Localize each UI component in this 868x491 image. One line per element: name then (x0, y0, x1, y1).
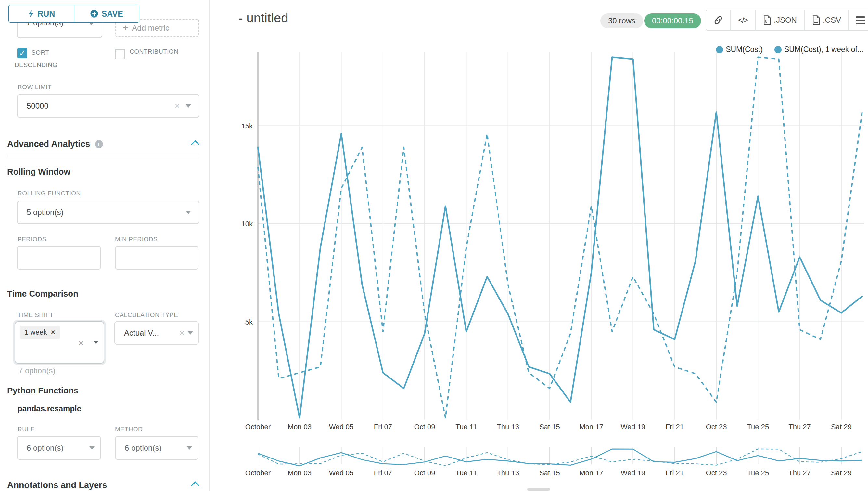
y-axis-tick-label: 5k (245, 318, 253, 326)
y-axis-tick-label: 15k (241, 122, 253, 130)
lightning-bolt-icon (28, 9, 34, 18)
export-csv-label: .CSV (823, 16, 841, 25)
periods-label: PERIODS (18, 236, 46, 243)
plus-icon: + (123, 23, 128, 33)
mini-chart-tick-label: Mon 03 (288, 469, 312, 477)
legend-item[interactable]: SUM(Cost) (716, 45, 763, 54)
y-axis-tick-label: 10k (241, 220, 253, 228)
calculation-type-label: CALCULATION TYPE (115, 312, 178, 319)
min-periods-label: MIN PERIODS (115, 236, 158, 243)
copy-link-button[interactable] (706, 10, 730, 30)
rolling-function-select[interactable]: 5 option(s) (17, 201, 199, 224)
method-value: 6 option(s) (116, 443, 187, 453)
periods-input[interactable] (17, 246, 101, 269)
min-periods-input[interactable] (115, 246, 198, 269)
sort-descending-checkbox-group[interactable]: ✓SORT DESCENDING (14, 47, 85, 71)
x-axis-tick-label: Thu 27 (788, 423, 811, 431)
mini-chart-tick-label: Oct 09 (414, 469, 435, 477)
chart-title[interactable]: - untitled (239, 11, 288, 25)
contribution-checkbox-group[interactable]: CONTRIBUTION (115, 48, 206, 59)
chevron-down-icon (187, 446, 192, 450)
chart-legend: SUM(Cost) SUM(Cost), 1 week of... (716, 45, 864, 54)
export-csv-button[interactable]: .CSV (804, 10, 848, 30)
rule-label: RULE (18, 426, 35, 433)
annotations-header[interactable]: Annotations and Layers (7, 480, 198, 490)
row-limit-label: ROW LIMIT (18, 84, 52, 91)
rule-value: 6 option(s) (18, 443, 89, 453)
clear-icon[interactable]: × (175, 102, 180, 111)
chevron-down-icon (188, 331, 193, 335)
export-json-label: .JSON (774, 16, 797, 25)
mini-series-line-solid[interactable] (258, 449, 862, 466)
time-shift-tag: 1 week × (20, 326, 60, 339)
time-shift-label: TIME SHIFT (18, 312, 54, 319)
query-timer-badge: 00:00:00.15 (644, 13, 701, 28)
time-comparison-title: Time Comparison (7, 289, 78, 299)
sort-descending-checkbox[interactable]: ✓ (17, 48, 27, 58)
mini-chart-tick-label: October (245, 469, 271, 477)
series-line-solid[interactable] (258, 57, 862, 418)
series-line-dashed[interactable] (258, 57, 862, 418)
x-axis-tick-label: Mon 03 (288, 423, 312, 431)
collapse-chevron-up-icon[interactable] (191, 481, 199, 489)
x-axis-tick-label: Sat 29 (831, 423, 852, 431)
calculation-type-select[interactable]: Actual V... × (114, 321, 199, 345)
mini-chart-tick-label: Fri 07 (374, 469, 392, 477)
svg-text:{}: {} (765, 19, 768, 23)
x-axis-tick-label: October (245, 423, 271, 431)
collapse-chevron-up-icon[interactable] (191, 140, 199, 148)
legend-dot-icon (716, 46, 723, 53)
mini-series-line-dashed[interactable] (258, 449, 862, 466)
x-axis-tick-label: Sat 15 (539, 423, 560, 431)
clear-icon[interactable]: × (78, 339, 84, 348)
info-icon[interactable]: i (95, 140, 103, 148)
save-button[interactable]: SAVE (74, 5, 139, 22)
csv-file-icon (812, 15, 820, 25)
mini-chart-tick-label: Thu 27 (788, 469, 811, 477)
annotations-title: Annotations and Layers (7, 480, 107, 490)
chevron-down-icon (93, 341, 98, 344)
remove-tag-icon[interactable]: × (51, 328, 55, 337)
x-axis-tick-label: Tue 25 (747, 423, 769, 431)
advanced-analytics-title: Advanced Analytics (7, 139, 90, 149)
mini-chart-tick-label: Wed 19 (621, 469, 645, 477)
run-button[interactable]: RUN (9, 5, 74, 22)
mini-chart-tick-label: Tue 11 (456, 469, 477, 477)
rule-select[interactable]: 6 option(s) (17, 436, 101, 460)
legend-label: SUM(Cost), 1 week of... (784, 45, 864, 54)
run-save-button-group: RUN SAVE (8, 4, 140, 23)
mini-chart-tick-label: Mon 17 (580, 469, 603, 477)
link-icon (713, 15, 723, 25)
x-axis-tick-label: Thu 13 (497, 423, 519, 431)
legend-dot-icon (774, 46, 782, 53)
save-button-label: SAVE (102, 9, 123, 19)
legend-item[interactable]: SUM(Cost), 1 week of... (774, 45, 864, 54)
code-icon: </> (738, 16, 748, 25)
section-divider (7, 156, 198, 156)
time-shift-hint: 7 option(s) (19, 366, 55, 375)
view-query-button[interactable]: </> (730, 10, 755, 30)
x-axis-tick-label: Oct 09 (414, 423, 435, 431)
contribution-checkbox[interactable] (115, 49, 125, 59)
chevron-down-icon (186, 105, 191, 108)
calculation-type-value: Actual V... (115, 328, 179, 338)
row-limit-select[interactable]: 50000 × (17, 94, 199, 118)
export-json-button[interactable]: {} .JSON (755, 10, 804, 30)
time-shift-select[interactable]: 1 week × × (14, 321, 104, 364)
clear-icon[interactable]: × (179, 328, 185, 338)
x-axis-tick-label: Oct 23 (706, 423, 727, 431)
method-select[interactable]: 6 option(s) (115, 436, 198, 460)
scrollbar-handle[interactable] (527, 488, 550, 491)
x-axis-tick-label: Tue 11 (456, 423, 477, 431)
time-shift-tag-label: 1 week (24, 328, 47, 337)
method-label: METHOD (115, 426, 143, 433)
chevron-down-icon (186, 211, 191, 214)
add-metric-label: Add metric (132, 23, 169, 32)
x-axis-tick-label: Wed 19 (621, 423, 645, 431)
advanced-analytics-header[interactable]: Advanced Analytics i (7, 139, 198, 149)
x-axis-tick-label: Mon 17 (580, 423, 603, 431)
pandas-resample-label: pandas.resample (18, 404, 81, 413)
chart-menu-button[interactable] (848, 10, 868, 30)
export-toolbar: </> {} .JSON .CSV (706, 10, 868, 31)
x-axis-tick-label: Fri 07 (374, 423, 392, 431)
